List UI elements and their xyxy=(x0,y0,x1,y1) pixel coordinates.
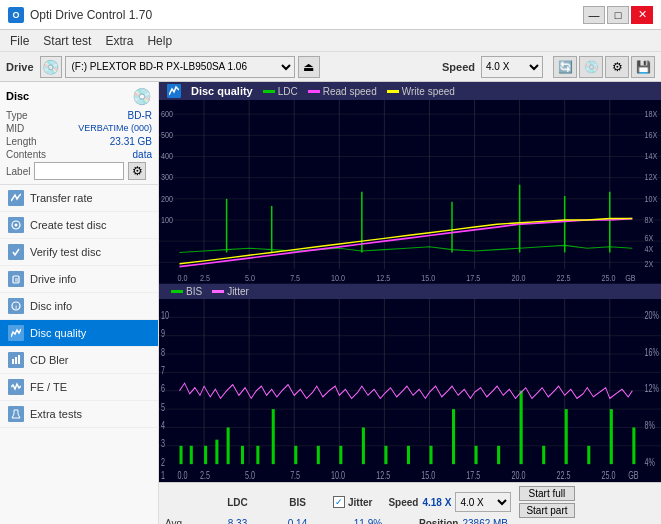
position-value: 23862 MB xyxy=(462,518,508,524)
legend-write-label: Write speed xyxy=(402,86,455,97)
svg-text:3: 3 xyxy=(161,437,165,449)
nav-items: Transfer rate Create test disc Verify te… xyxy=(0,185,158,524)
disc-button[interactable]: 💿 xyxy=(579,56,603,78)
svg-rect-112 xyxy=(452,409,455,464)
jitter-checkbox[interactable]: ✓ xyxy=(333,496,345,508)
svg-rect-115 xyxy=(520,390,523,463)
disc-type-label: Type xyxy=(6,110,28,121)
svg-text:0.0: 0.0 xyxy=(177,272,187,283)
svg-rect-109 xyxy=(384,445,387,463)
menubar: File Start test Extra Help xyxy=(0,30,661,52)
sidebar-item-fe-te[interactable]: FE / TE xyxy=(0,374,158,401)
refresh-button[interactable]: 🔄 xyxy=(553,56,577,78)
position-group: Position 23862 MB xyxy=(419,518,508,524)
disc-label-browse-button[interactable]: ⚙ xyxy=(128,162,146,180)
svg-rect-104 xyxy=(272,409,275,464)
sidebar-item-cd-bler[interactable]: CD Bler xyxy=(0,347,158,374)
sidebar-item-extra-tests[interactable]: Extra tests xyxy=(0,401,158,428)
close-button[interactable]: ✕ xyxy=(631,6,653,24)
svg-text:8X: 8X xyxy=(645,214,654,225)
svg-text:12.5: 12.5 xyxy=(376,272,390,283)
menu-help[interactable]: Help xyxy=(141,32,178,50)
stats-avg-jitter: 11.9% xyxy=(333,518,403,524)
svg-text:9: 9 xyxy=(161,327,165,339)
disc-length-label: Length xyxy=(6,136,37,147)
start-part-button[interactable]: Start part xyxy=(519,503,574,518)
legend-bis-label: BIS xyxy=(186,286,202,297)
menu-start-test[interactable]: Start test xyxy=(37,32,97,50)
settings-button[interactable]: ⚙ xyxy=(605,56,629,78)
svg-rect-117 xyxy=(565,409,568,464)
svg-rect-102 xyxy=(241,445,244,463)
bottom-chart-svg: 10 9 8 7 6 5 4 3 2 1 20% 16% 12% 8% 4% xyxy=(159,299,661,483)
transfer-rate-icon xyxy=(8,190,24,206)
drive-selector-group: 💿 (F:) PLEXTOR BD-R PX-LB950SA 1.06 ⏏ xyxy=(40,56,436,78)
svg-text:17.5: 17.5 xyxy=(466,272,480,283)
svg-text:200: 200 xyxy=(161,192,173,203)
disc-quality-icon xyxy=(8,325,24,341)
svg-text:10.0: 10.0 xyxy=(331,272,345,283)
svg-rect-103 xyxy=(256,445,259,463)
chart-title-icon xyxy=(167,84,181,98)
svg-text:6: 6 xyxy=(161,382,165,394)
disc-type-row: Type BD-R xyxy=(6,110,152,121)
sidebar-item-transfer-rate[interactable]: Transfer rate xyxy=(0,185,158,212)
disc-panel: Disc 💿 Type BD-R MID VERBATIMe (000) Len… xyxy=(0,82,158,185)
legend-write: Write speed xyxy=(387,86,455,97)
svg-rect-10 xyxy=(159,100,661,284)
speed-target-combo[interactable]: 4.0 X xyxy=(455,492,511,512)
svg-text:7.5: 7.5 xyxy=(290,272,300,283)
svg-text:2.5: 2.5 xyxy=(200,272,210,283)
save-button[interactable]: 💾 xyxy=(631,56,655,78)
menu-extra[interactable]: Extra xyxy=(99,32,139,50)
drive-topbar: Drive 💿 (F:) PLEXTOR BD-R PX-LB950SA 1.0… xyxy=(0,52,661,82)
svg-text:4: 4 xyxy=(161,419,165,431)
sidebar-item-label-disc-quality: Disc quality xyxy=(30,327,86,339)
speed-combo[interactable]: 4.0 X xyxy=(481,56,543,78)
svg-text:4X: 4X xyxy=(645,243,654,254)
drive-label: Drive xyxy=(6,61,34,73)
svg-rect-7 xyxy=(12,359,14,364)
sidebar-item-verify-test-disc[interactable]: Verify test disc xyxy=(0,239,158,266)
svg-text:15.0: 15.0 xyxy=(421,470,435,482)
legend-read-color xyxy=(308,90,320,93)
disc-type-value: BD-R xyxy=(128,110,152,121)
svg-text:5.0: 5.0 xyxy=(245,470,255,482)
menu-file[interactable]: File xyxy=(4,32,35,50)
drive-icon: 💿 xyxy=(40,56,62,78)
svg-text:25.0: 25.0 xyxy=(602,470,616,482)
legend-write-color xyxy=(387,90,399,93)
disc-panel-title: Disc xyxy=(6,90,29,102)
legend-bis-color xyxy=(171,290,183,293)
svg-text:GB: GB xyxy=(625,272,636,283)
stats-area: LDC BIS ✓ Jitter Speed 4.18 X 4.0 X xyxy=(159,482,661,524)
bottom-chart-legend: BIS Jitter xyxy=(171,286,249,297)
sidebar-item-disc-info[interactable]: i Disc info xyxy=(0,293,158,320)
svg-rect-106 xyxy=(317,445,320,463)
svg-rect-116 xyxy=(542,445,545,463)
svg-text:300: 300 xyxy=(161,171,173,182)
stats-avg-ldc: 8.33 xyxy=(205,518,270,524)
disc-contents-value: data xyxy=(133,149,152,160)
svg-rect-108 xyxy=(362,427,365,464)
jitter-checkbox-group: ✓ Jitter xyxy=(333,496,372,508)
sidebar-item-create-test-disc[interactable]: Create test disc xyxy=(0,212,158,239)
disc-label-input[interactable] xyxy=(34,162,124,180)
sidebar-item-disc-quality[interactable]: Disc quality xyxy=(0,320,158,347)
svg-text:5: 5 xyxy=(161,401,165,413)
sidebar: Disc 💿 Type BD-R MID VERBATIMe (000) Len… xyxy=(0,82,159,524)
sidebar-item-drive-info[interactable]: Drive info xyxy=(0,266,158,293)
maximize-button[interactable]: □ xyxy=(607,6,629,24)
minimize-button[interactable]: — xyxy=(583,6,605,24)
start-full-button[interactable]: Start full xyxy=(519,486,574,501)
top-chart-svg: 600 500 400 300 200 100 18X 16X 14X 12X … xyxy=(159,100,661,284)
eject-button[interactable]: ⏏ xyxy=(298,56,320,78)
svg-rect-118 xyxy=(587,445,590,463)
svg-rect-114 xyxy=(497,445,500,463)
svg-text:500: 500 xyxy=(161,129,173,140)
drive-combo[interactable]: (F:) PLEXTOR BD-R PX-LB950SA 1.06 xyxy=(65,56,295,78)
svg-rect-101 xyxy=(227,427,230,464)
toolbar-buttons: 🔄 💿 ⚙ 💾 xyxy=(553,56,655,78)
chart-legend: LDC Read speed Write speed xyxy=(263,86,455,97)
chart-title-bar: Disc quality LDC Read speed Write speed xyxy=(159,82,661,100)
